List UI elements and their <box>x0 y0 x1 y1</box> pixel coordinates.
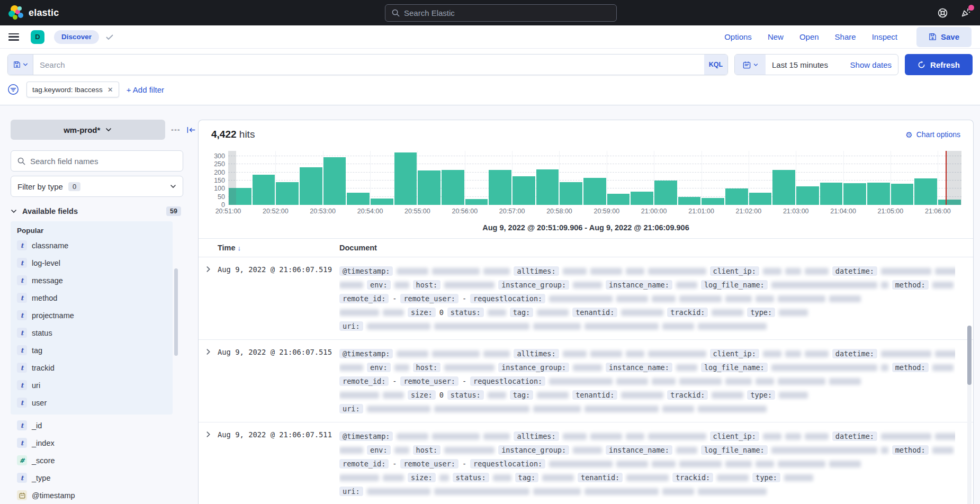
field-item-method[interactable]: tmethod <box>11 289 173 307</box>
field-name-chip[interactable]: trackid: <box>667 308 708 317</box>
field-name-chip[interactable]: instance_group: <box>498 445 569 455</box>
date-quick-menu-button[interactable] <box>735 55 766 75</box>
field-name-chip[interactable]: size: <box>408 390 436 400</box>
field-name-chip[interactable]: env: <box>367 445 391 455</box>
sidebar-scrollbar-thumb[interactable] <box>174 268 178 356</box>
field-name-chip[interactable]: log_file_name: <box>701 445 768 455</box>
global-search-input[interactable]: Search Elastic <box>385 4 617 22</box>
chart-plot-area[interactable] <box>228 151 961 205</box>
field-name-chip[interactable]: size: <box>408 308 436 317</box>
newsfeed-icon[interactable] <box>960 7 972 19</box>
field-item-log-level[interactable]: tlog-level <box>11 254 173 272</box>
field-name-chip[interactable]: datetime: <box>832 266 877 276</box>
table-scrollbar-thumb[interactable] <box>967 326 972 385</box>
histogram-bar[interactable] <box>867 183 890 205</box>
histogram-bar[interactable] <box>891 184 914 205</box>
field-name-chip[interactable]: tenantid: <box>572 390 617 400</box>
expand-row-icon[interactable] <box>199 429 218 498</box>
save-button[interactable]: Save <box>916 27 972 47</box>
histogram-bar[interactable] <box>347 193 370 205</box>
field-name-chip[interactable]: remote_user: <box>400 294 458 303</box>
field-name-chip[interactable]: method: <box>892 363 929 372</box>
field-name-chip[interactable]: remote_user: <box>400 459 458 469</box>
field-name-chip[interactable]: client_ip: <box>710 349 759 358</box>
field-name-chip[interactable]: remote_user: <box>400 376 458 386</box>
histogram-bar[interactable] <box>276 182 299 205</box>
field-item-status[interactable]: tstatus <box>11 324 173 341</box>
remove-filter-icon[interactable]: ✕ <box>107 86 113 94</box>
histogram-bar[interactable] <box>300 167 322 205</box>
field-name-chip[interactable]: size: <box>408 473 436 482</box>
field-name-chip[interactable]: datetime: <box>832 349 877 358</box>
field-name-chip[interactable]: @timestamp: <box>339 431 393 441</box>
field-name-chip[interactable]: @timestamp: <box>339 266 393 276</box>
histogram-bar[interactable] <box>702 198 724 205</box>
histogram-bar[interactable] <box>796 186 819 205</box>
histogram-bar[interactable] <box>725 188 748 205</box>
field-name-chip[interactable]: method: <box>892 445 929 455</box>
chart-options-button[interactable]: ⚙ Chart options <box>905 130 960 139</box>
histogram-bar[interactable] <box>465 199 488 205</box>
field-name-chip[interactable]: uri: <box>339 487 363 496</box>
histogram-bar[interactable] <box>560 182 582 205</box>
time-range-value[interactable]: Last 15 minutes <box>766 60 850 69</box>
histogram-bar[interactable] <box>772 170 795 205</box>
histogram-bar[interactable] <box>489 170 511 205</box>
histogram-bars[interactable] <box>228 151 961 205</box>
refresh-button[interactable]: Refresh <box>905 54 973 75</box>
breadcrumb[interactable]: Discover <box>54 30 99 44</box>
space-avatar[interactable]: D <box>31 30 44 44</box>
histogram-bar[interactable] <box>418 170 440 205</box>
field-name-chip[interactable]: remote_id: <box>339 376 389 386</box>
field-search-input[interactable]: Search field names <box>11 150 183 172</box>
help-icon[interactable] <box>937 7 948 19</box>
field-name-chip[interactable]: method: <box>892 280 929 290</box>
table-scrollbar[interactable] <box>967 326 972 504</box>
field-name-chip[interactable]: type: <box>747 390 775 400</box>
field-name-chip[interactable]: host: <box>413 280 441 290</box>
field-item-_score[interactable]: #_score <box>11 452 173 469</box>
histogram-bar[interactable] <box>394 152 417 205</box>
field-name-chip[interactable]: instance_name: <box>606 363 672 372</box>
field-name-chip[interactable]: tag: <box>510 390 534 400</box>
filter-by-type-dropdown[interactable]: Filter by type 0 <box>11 176 183 197</box>
field-item-_id[interactable]: t_id <box>11 417 173 434</box>
add-filter-link[interactable]: + Add filter <box>127 85 164 94</box>
histogram-bar[interactable] <box>536 169 559 205</box>
toolbar-link-share[interactable]: Share <box>835 32 856 41</box>
field-name-chip[interactable]: tenantid: <box>578 473 623 482</box>
field-name-chip[interactable]: instance_name: <box>606 445 672 455</box>
available-fields-toggle[interactable]: Available fields 59 <box>11 206 181 216</box>
kql-language-button[interactable]: KQL <box>704 55 727 75</box>
histogram-bar[interactable] <box>914 178 937 205</box>
toolbar-link-new[interactable]: New <box>768 32 784 41</box>
field-name-chip[interactable]: datetime: <box>832 431 877 441</box>
field-name-chip[interactable]: trackid: <box>672 473 713 482</box>
field-name-chip[interactable]: status: <box>447 308 484 317</box>
field-name-chip[interactable]: requestlocation: <box>470 376 545 386</box>
field-item-classname[interactable]: tclassname <box>11 237 173 254</box>
histogram-bar[interactable] <box>843 183 866 205</box>
field-name-chip[interactable]: instance_group: <box>498 363 569 372</box>
field-item-_type[interactable]: t_type <box>11 469 173 487</box>
field-name-chip[interactable]: env: <box>367 363 391 372</box>
field-name-chip[interactable]: env: <box>367 280 391 290</box>
field-item-trackid[interactable]: ttrackid <box>11 359 173 376</box>
show-dates-link[interactable]: Show dates <box>850 60 898 69</box>
field-name-chip[interactable]: tag: <box>510 308 534 317</box>
field-settings-icon[interactable]: ▫▫▫ <box>172 127 181 133</box>
expand-row-icon[interactable] <box>199 264 218 333</box>
field-name-chip[interactable]: remote_id: <box>339 459 389 469</box>
histogram-bar[interactable] <box>253 175 275 205</box>
toolbar-link-options[interactable]: Options <box>724 32 752 41</box>
histogram-bar[interactable] <box>583 178 606 205</box>
histogram-bar[interactable] <box>654 181 677 205</box>
field-name-chip[interactable]: instance_group: <box>498 280 569 290</box>
field-name-chip[interactable]: status: <box>447 390 484 400</box>
histogram-bar[interactable] <box>371 199 393 205</box>
query-input[interactable]: Search <box>33 55 704 75</box>
field-name-chip[interactable]: requestlocation: <box>470 459 545 469</box>
field-name-chip[interactable]: type: <box>747 308 775 317</box>
expand-row-icon[interactable] <box>199 347 218 416</box>
field-name-chip[interactable]: alltimes: <box>514 431 559 441</box>
